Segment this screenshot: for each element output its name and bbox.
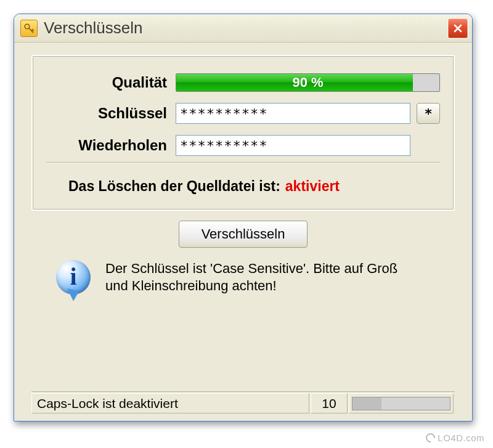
watermark-text: LO4D.com	[438, 433, 484, 443]
statusbar: Caps-Lock ist deaktiviert 10	[31, 391, 455, 415]
status-mini-progress	[352, 397, 450, 410]
status-count: 10	[311, 393, 348, 413]
key-label: Schlüssel	[46, 105, 176, 122]
encrypt-dialog: Verschlüsseln Qualität 90 % Schlüssel * …	[14, 14, 473, 422]
info-text: Der Schlüssel ist 'Case Sensitive'. Bitt…	[105, 260, 401, 294]
client-area: Qualität 90 % Schlüssel * Wiederholen Da…	[14, 43, 472, 421]
status-mini-progress-cell	[349, 393, 454, 413]
divider	[46, 162, 440, 163]
key-icon	[20, 20, 38, 37]
form-panel: Qualität 90 % Schlüssel * Wiederholen Da…	[31, 55, 455, 211]
delete-status-value: aktiviert	[285, 178, 340, 195]
status-mini-progress-fill	[352, 397, 381, 410]
delete-status: Das Löschen der Quelldatei ist: aktivier…	[46, 178, 440, 195]
repeat-label: Wiederholen	[46, 137, 176, 154]
quality-progress-text: 90 %	[176, 74, 439, 91]
capslock-status: Caps-Lock ist deaktiviert	[31, 393, 309, 413]
quality-progress: 90 %	[176, 73, 440, 92]
window-title: Verschlüsseln	[44, 18, 142, 38]
delete-status-label: Das Löschen der Quelldatei ist:	[68, 178, 280, 195]
encrypt-button[interactable]: Verschlüsseln	[179, 221, 308, 248]
reveal-password-button[interactable]: *	[417, 103, 440, 124]
quality-row: Qualität 90 %	[46, 73, 440, 92]
repeat-row: Wiederholen	[46, 135, 440, 156]
close-icon	[453, 23, 463, 33]
watermark: LO4D.com	[426, 433, 484, 443]
close-button[interactable]	[447, 18, 468, 39]
key-input[interactable]	[176, 103, 410, 124]
info-icon: i	[56, 260, 96, 299]
quality-label: Qualität	[46, 74, 176, 91]
action-row: Verschlüsseln	[31, 221, 455, 248]
watermark-icon	[426, 433, 435, 442]
key-row: Schlüssel *	[46, 103, 440, 124]
repeat-input[interactable]	[176, 135, 410, 156]
titlebar[interactable]: Verschlüsseln	[14, 14, 472, 43]
info-row: i Der Schlüssel ist 'Case Sensitive'. Bi…	[31, 260, 455, 299]
